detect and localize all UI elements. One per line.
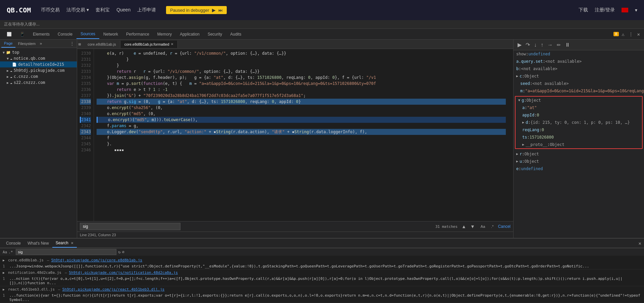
nav-item-queen[interactable]: Queen [116,7,130,13]
tab-security[interactable]: Security [204,30,226,39]
close-search-tab-icon[interactable]: ✕ [71,241,73,245]
tab-inspect-icon[interactable]: ⬜ [3,30,16,39]
nav-item-fiat[interactable]: 法币交易 ▾ [66,7,89,13]
close-icon[interactable]: ✕ [636,31,641,38]
file-tabs: ⊞ core.e8d8b1ab.js core.e8d8b1ab.js:form… [77,40,513,49]
search-input[interactable] [80,223,180,230]
sidebar-more-tabs[interactable]: » [38,41,43,46]
tab-network[interactable]: Network [99,30,122,39]
file-result-core[interactable]: ▶ core.e8d8b1ab.js — 5h9tdj.pickupjade.c… [0,257,644,263]
search-case-btn[interactable]: Aa [479,223,487,230]
scope-g-d[interactable]: ▶d: {id: 215, ty: 0, con: 1, p: 0, ps: 1… [516,119,642,126]
step-btn[interactable]: → [546,41,554,49]
file-link[interactable]: 5h9tdj.pickupjade.com/js/core.e8d8b1ab.j… [51,258,143,262]
tab-application[interactable]: Application [176,30,204,39]
warning-icon[interactable]: ⚠ [620,31,626,38]
flag-icon[interactable] [622,8,628,12]
scope-content: show: undefined a.query.set: <not availa… [514,50,644,238]
register-link[interactable]: 注册/登录 [595,7,615,13]
deactivate-breakpoints-btn[interactable]: ✏ [555,42,562,48]
step-into-btn[interactable]: ↓ [533,41,538,49]
bottom-search-input[interactable] [16,249,116,255]
code-lines[interactable]: e(a, r) e = undefined, r = {url: "/v1/co… [94,49,508,221]
tab-console[interactable]: Console [54,30,76,39]
step-out-btn[interactable]: ↑ [539,41,545,49]
bottom-tab-console[interactable]: Console [3,239,24,247]
bottom-tab-whatsnew[interactable]: What's New [24,239,52,247]
download-link[interactable]: 下载 [579,7,588,13]
debugger-toolbar: ▶ ↷ ↓ ↑ → ✏ ⏸ [514,40,644,50]
tab-performance[interactable]: Performance [122,30,153,39]
sidebar-tab-filesystem[interactable]: Filesystem [15,40,39,47]
scope-g[interactable]: ▼g: Object [516,97,642,104]
result-row-core-1: 1 ...Jsonp=window.webpackJsonp([[]],func… [0,263,644,269]
step-over-btn[interactable]: ↷ [524,41,531,49]
tree-arrow-5h9tdj: ▶ [7,69,9,72]
scope-r[interactable]: ▶r: Object [514,150,644,158]
sidebar-tab-page[interactable]: Page [1,40,15,48]
scope-u[interactable]: ▶u: Object [514,158,644,165]
sidebar-menu-btn[interactable]: ⋮ [69,41,75,46]
tree-item-top[interactable]: ▼ 📁 top [0,49,77,55]
bottom-search-area: Aa .* ↻ ⊘ [0,248,644,256]
code-line-2335: var m = p.sort(function(e, t) { m = "a=a… [97,81,506,87]
lang-dropdown[interactable]: ▾ [635,7,637,13]
split-icon[interactable]: ⊞ [77,41,82,48]
search-cancel-btn[interactable]: Cancel [498,224,511,229]
nav-item-coin[interactable]: 币币交易 [41,7,60,13]
paused-debugger-badge: Paused in debugger ▶ ⏭ [166,6,226,14]
tree-item-detail[interactable]: 📄 detail?noticeId=215 [0,61,77,67]
file-result-react[interactable]: ▶ react.4b51beb3.dll.js — 5h9tdj.pickupj… [0,286,644,293]
code-line-2344: f [97,135,506,141]
bottom-panel: Console What's New Search ✕ ✕ Aa .* ↻ ⊘ [0,238,644,303]
file-tab-core-formatted[interactable]: core.e8d8b1ab.js:formatted ✕ [120,41,178,48]
search-matches: 31 matches [435,224,458,229]
tab-sources[interactable]: Sources [76,30,99,39]
close-bottom-panel-btn[interactable]: ✕ [639,241,641,246]
refresh-search-btn[interactable]: ↻ [118,250,121,254]
scope-c: ▶c: Object [514,72,644,80]
nav-item-arb[interactable]: 套利宝 [96,7,110,13]
code-line-2346: ▪▪▪▪ [97,147,506,153]
tab-device-icon[interactable]: 📱 [16,30,29,39]
saving-bar: 正在等待存入缓存... [0,20,644,29]
devtools: ⬜ 📱 Elements Console Sources Network Per… [0,29,644,303]
sidebar-content: ▼ 📁 top ▼ ☁ notice.qb.com 📄 detail?notic… [0,48,77,238]
step-button[interactable]: ⏭ [218,8,223,13]
nav-menu: 币币交易 法币交易 ▾ 套利宝 Queen 上币申请 [41,7,156,13]
tree-arrow-notice: ▼ [7,57,9,60]
file-tab-core[interactable]: core.e8d8b1ab.js [84,41,120,48]
clear-search-btn[interactable]: ⊘ [122,250,124,254]
collapse-icon: ▶ [3,258,5,262]
tree-item-notice[interactable]: ▼ ☁ notice.qb.com [0,55,77,61]
file-link-2[interactable]: 5h9tdj.pickupjade.com/js/notification.48… [69,270,178,275]
warning-badge: 8 [613,32,619,36]
more-icon[interactable]: ⋮ [627,31,635,38]
tree-item-s22[interactable]: ▶ ☁ s22.cnzzz.com [0,80,77,86]
code-scrollbar[interactable] [508,49,513,221]
line-info: Line 2341, Column 23 [77,232,513,238]
file-link-3[interactable]: 5h9tdj.pickupjade.com/js/react.4b51beb3.… [62,287,165,292]
code-line-2334: }(Object.assign(g, f.header), p); g = {a… [97,74,506,81]
nav-item-listing[interactable]: 上币申请 [137,7,156,13]
bottom-tab-search[interactable]: Search ✕ [52,239,77,248]
close-tab-icon[interactable]: ✕ [171,42,173,46]
tab-audits[interactable]: Audits [226,30,245,39]
code-line-2340: o.encrypt("md5", (0, [97,111,506,117]
resume-button[interactable]: ▶ [212,7,216,13]
scope-g-appid: appId: 0 [516,111,642,119]
pause-on-exceptions-btn[interactable]: ⏸ [564,41,572,49]
tree-item-5h9tdj[interactable]: ▶ ☁ 5h9tdj.pickupjade.com [0,67,77,73]
scope-g-proto[interactable]: ▶__proto__: Object [516,141,642,148]
file-result-notification[interactable]: ▶ notification.48d2ca0a.js — 5h9tdj.pick… [0,269,644,276]
resume-execution-btn[interactable]: ▶ [516,41,523,49]
search-regex-btn[interactable]: .* [489,223,495,230]
case-label: Aa [3,250,7,254]
search-prev-btn[interactable]: ▲ [460,223,468,230]
tree-item-cnzz[interactable]: ▶ ☁ c.cnzz.com [0,73,77,80]
tab-elements[interactable]: Elements [29,30,54,39]
devtools-icons: 8 ⚠ ⋮ ✕ [613,31,642,38]
scope-a-query: a.query.set: <not available> [514,58,644,65]
search-next-btn[interactable]: ▼ [469,223,476,230]
tab-memory[interactable]: Memory [153,30,176,39]
